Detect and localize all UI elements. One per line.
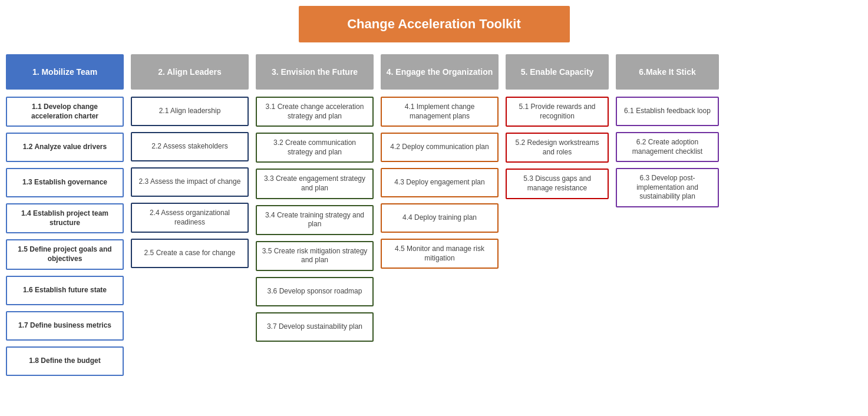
column-1: 1. Mobilize Team1.1 Develop change accel…	[6, 54, 124, 382]
card-c2_4[interactable]: 2.4 Assess organizational readiness	[131, 203, 249, 233]
card-c4_4[interactable]: 4.4 Deploy training plan	[381, 203, 499, 233]
card-c4_2[interactable]: 4.2 Deploy communication plan	[381, 133, 499, 162]
card-text-c1_8: 1.8 Define the budget	[29, 356, 100, 366]
card-c1_5[interactable]: 1.5 Define project goals and objectives	[6, 239, 124, 269]
column-5: 5. Enable Capacity5.1 Provide rewards an…	[506, 54, 609, 205]
card-text-c2_5: 2.5 Create a case for change	[144, 249, 236, 258]
column-2: 2. Align Leaders2.1 Align leadership2.2 …	[131, 54, 249, 274]
card-text-c1_3: 1.3 Establish governance	[22, 178, 107, 187]
card-text-c1_5: 1.5 Define project goals and objectives	[11, 245, 119, 263]
card-text-c4_1: 4.1 Implement change management plans	[385, 103, 494, 121]
card-c3_5[interactable]: 3.5 Create risk mitigation strategy and …	[256, 241, 374, 271]
card-text-c4_4: 4.4 Deploy training plan	[402, 213, 477, 223]
card-c1_7[interactable]: 1.7 Define business metrics	[6, 311, 124, 341]
card-text-c2_1: 2.1 Align leadership	[159, 107, 221, 116]
card-text-c1_1: 1.1 Develop change acceleration charter	[11, 103, 119, 121]
card-c3_6[interactable]: 3.6 Develop sponsor roadmap	[256, 277, 374, 306]
card-text-c6_2: 6.2 Create adoption management checklist	[621, 138, 714, 156]
card-c1_1[interactable]: 1.1 Develop change acceleration charter	[6, 97, 124, 127]
card-c6_2[interactable]: 6.2 Create adoption management checklist	[616, 132, 719, 162]
card-text-c3_1: 3.1 Create change acceleration strategy …	[260, 103, 369, 121]
card-c5_3[interactable]: 5.3 Discuss gaps and manage resistance	[506, 169, 609, 199]
col-header-4: 4. Engage the Organization	[381, 54, 499, 90]
card-text-c3_5: 3.5 Create risk mitigation strategy and …	[260, 247, 369, 265]
page-wrapper: Change Acceleration Toolkit 1. Mobilize …	[0, 0, 868, 394]
card-c5_2[interactable]: 5.2 Redesign workstreams and roles	[506, 133, 609, 163]
card-c3_4[interactable]: 3.4 Create training strategy and plan	[256, 205, 374, 235]
card-text-c3_3: 3.3 Create engagement strategy and plan	[260, 174, 369, 193]
card-c3_7[interactable]: 3.7 Develop sustainability plan	[256, 312, 374, 342]
card-text-c2_4: 2.4 Assess organizational readiness	[136, 209, 244, 227]
card-c1_2[interactable]: 1.2 Analyze value drivers	[6, 133, 124, 162]
card-text-c1_6: 1.6 Establish future state	[23, 286, 107, 295]
card-c2_1[interactable]: 2.1 Align leadership	[131, 97, 249, 126]
col-header-6: 6.Make It Stick	[616, 54, 719, 90]
card-c4_5[interactable]: 4.5 Monitor and manage risk mitigation	[381, 239, 499, 269]
card-text-c5_1: 5.1 Provide rewards and recognition	[510, 103, 604, 121]
card-c4_1[interactable]: 4.1 Implement change management plans	[381, 97, 499, 127]
card-c2_2[interactable]: 2.2 Assess stakeholders	[131, 132, 249, 161]
card-c1_4[interactable]: 1.4 Establish project team structure	[6, 203, 124, 233]
card-c2_3[interactable]: 2.3 Assess the impact of change	[131, 167, 249, 197]
col-header-3: 3. Envision the Future	[256, 54, 374, 90]
card-text-c3_4: 3.4 Create training strategy and plan	[260, 211, 369, 229]
card-text-c1_7: 1.7 Define business metrics	[18, 321, 111, 331]
card-text-c5_3: 5.3 Discuss gaps and manage resistance	[510, 174, 604, 193]
card-c3_3[interactable]: 3.3 Create engagement strategy and plan	[256, 169, 374, 199]
column-4: 4. Engage the Organization4.1 Implement …	[381, 54, 499, 275]
card-c1_3[interactable]: 1.3 Establish governance	[6, 168, 124, 197]
card-text-c6_3: 6.3 Develop post-implementation and sust…	[621, 174, 714, 202]
card-text-c6_1: 6.1 Establish feedback loop	[624, 107, 711, 116]
card-c4_3[interactable]: 4.3 Deploy engagement plan	[381, 168, 499, 197]
col-header-5: 5. Enable Capacity	[506, 54, 609, 90]
col-header-1: 1. Mobilize Team	[6, 54, 124, 90]
card-c5_1[interactable]: 5.1 Provide rewards and recognition	[506, 97, 609, 127]
card-c2_5[interactable]: 2.5 Create a case for change	[131, 239, 249, 268]
card-text-c3_7: 3.7 Develop sustainability plan	[267, 322, 362, 332]
card-text-c2_3: 2.3 Assess the impact of change	[139, 177, 241, 187]
card-c6_1[interactable]: 6.1 Establish feedback loop	[616, 97, 719, 126]
col-header-2: 2. Align Leaders	[131, 54, 249, 90]
column-3: 3. Envision the Future3.1 Create change …	[256, 54, 374, 348]
card-c1_6[interactable]: 1.6 Establish future state	[6, 276, 124, 305]
card-text-c4_2: 4.2 Deploy communication plan	[390, 143, 489, 152]
card-c3_1[interactable]: 3.1 Create change acceleration strategy …	[256, 97, 374, 127]
card-c6_3[interactable]: 6.3 Develop post-implementation and sust…	[616, 168, 719, 207]
card-text-c1_2: 1.2 Analyze value drivers	[23, 143, 107, 152]
card-text-c3_6: 3.6 Develop sponsor roadmap	[268, 287, 362, 296]
card-c3_2[interactable]: 3.2 Create communication strategy and pl…	[256, 133, 374, 163]
card-text-c4_3: 4.3 Deploy engagement plan	[394, 178, 484, 187]
page-title: Change Acceleration Toolkit	[299, 6, 570, 42]
card-text-c3_2: 3.2 Create communication strategy and pl…	[260, 138, 369, 157]
column-6: 6.Make It Stick6.1 Establish feedback lo…	[616, 54, 719, 213]
card-c1_8[interactable]: 1.8 Define the budget	[6, 346, 124, 376]
columns-container: 1. Mobilize Team1.1 Develop change accel…	[6, 54, 862, 382]
card-text-c5_2: 5.2 Redesign workstreams and roles	[510, 138, 604, 157]
card-text-c2_2: 2.2 Assess stakeholders	[151, 142, 227, 151]
card-text-c1_4: 1.4 Establish project team structure	[11, 209, 119, 227]
card-text-c4_5: 4.5 Monitor and manage risk mitigation	[385, 245, 494, 263]
